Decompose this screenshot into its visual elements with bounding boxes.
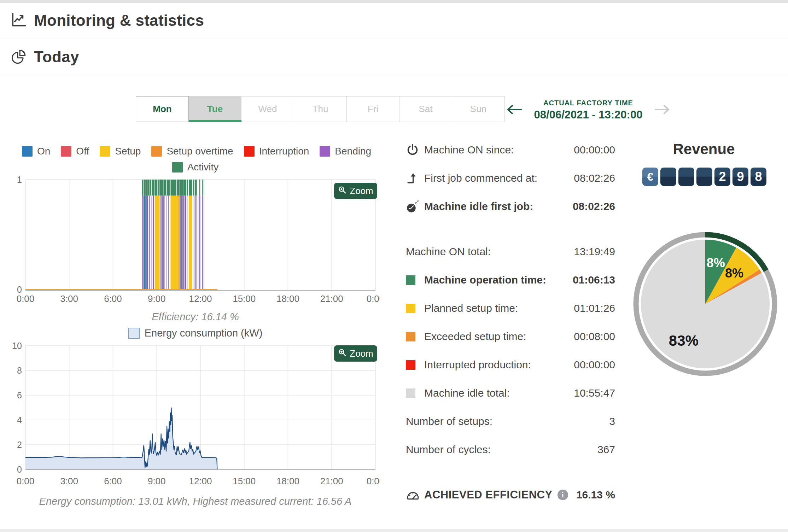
svg-text:z: z <box>415 200 417 205</box>
timeline-zoom-button[interactable]: Zoom <box>334 183 377 199</box>
state-bar-bending <box>169 195 170 290</box>
state-bar-bending <box>147 195 148 290</box>
magnifier-plus-icon <box>338 186 346 197</box>
magnifier-plus-icon <box>338 348 346 359</box>
energy-caption: Energy consumption: 13.01 kWh, Highest m… <box>11 496 380 507</box>
legend-item-label: Setup <box>115 146 141 157</box>
day-tab-sun[interactable]: Sun <box>452 96 505 122</box>
stat-value: 01:01:26 <box>574 302 615 314</box>
state-bar-bending <box>198 195 199 290</box>
state-bar-bending <box>152 195 154 290</box>
x-tick-label: 12:00 <box>189 476 212 486</box>
x-tick-label: 3:00 <box>60 476 78 486</box>
state-bar-bending <box>195 195 196 290</box>
stat-label: Number of cycles: <box>406 444 491 456</box>
x-tick-label: 21:00 <box>320 293 343 304</box>
stat-value: 10:55:47 <box>574 387 615 399</box>
state-bar-bending <box>163 195 164 290</box>
day-tab-sat[interactable]: Sat <box>399 96 452 122</box>
stat-label: Number of setups: <box>406 415 492 427</box>
next-day-arrow-button[interactable] <box>654 104 670 117</box>
state-bar-bending <box>199 195 200 290</box>
legend-item-interruption: Interruption <box>244 146 309 157</box>
state-bar-bending <box>143 195 144 290</box>
swatch <box>406 388 415 398</box>
y-tick-label: 4 <box>17 415 22 425</box>
energy-zoom-button[interactable]: Zoom <box>334 345 377 362</box>
x-tick-label: 3:00 <box>60 293 78 304</box>
x-tick-label: 15:00 <box>233 476 256 486</box>
page: Monitoring & statistics Today MonTueWedT… <box>0 0 788 532</box>
legend-item-on: On <box>22 146 50 157</box>
swatch <box>406 304 415 313</box>
top-strip <box>0 0 788 3</box>
stat-color-swatch <box>406 332 424 341</box>
stat-row: Machine ON total:13:19:49 <box>406 238 615 266</box>
state-bar-bending <box>142 195 143 290</box>
activity-bar <box>183 180 186 195</box>
activity-bar <box>164 180 167 195</box>
state-bar-bending <box>165 195 165 290</box>
state-bar-bending <box>149 195 150 290</box>
legend-item-bending: Bending <box>320 146 371 157</box>
legend-item-label: Bending <box>335 146 371 157</box>
activity-bar <box>147 180 149 195</box>
activity-bar <box>180 180 183 195</box>
energy-legend: Energy consumption (kW) <box>11 327 380 339</box>
revenue-digit-tile <box>678 168 694 186</box>
day-tab-mon[interactable]: Mon <box>136 96 189 122</box>
x-tick-label: 21:00 <box>320 476 343 486</box>
legend-item-label: Interruption <box>259 146 309 157</box>
state-bar-bending <box>181 195 182 290</box>
line-chart-icon <box>11 12 27 29</box>
day-tabs: MonTueWedThuFriSatSun <box>136 96 505 122</box>
stats-panel: Machine ON since:00:00:00First job comme… <box>406 136 615 509</box>
first-job-icon <box>406 172 424 185</box>
activity-bar <box>189 180 192 195</box>
stat-value: 08:02:26 <box>574 172 615 184</box>
state-bar-bending <box>164 195 165 290</box>
stat-row: Number of cycles:367 <box>406 435 615 464</box>
state-bar-bending <box>151 195 152 290</box>
factory-time-label: ACTUAL FACTORY TIME <box>528 99 648 107</box>
legend-swatch <box>22 146 33 157</box>
x-tick-label: 6:00 <box>104 293 122 304</box>
state-bar-bending <box>194 195 194 290</box>
factory-time: ACTUAL FACTORY TIME 08/06/2021 - 13:20:0… <box>506 99 670 121</box>
activity-bar <box>204 180 204 195</box>
y-tick-label: 2 <box>17 440 22 450</box>
revenue-digit-tile: 9 <box>732 168 748 186</box>
prev-day-arrow-button[interactable] <box>506 104 523 117</box>
status-legend-row2: Activity <box>11 162 380 173</box>
state-bar-bending <box>161 195 162 290</box>
day-tab-wed[interactable]: Wed <box>241 96 294 122</box>
state-bar-on <box>146 195 147 290</box>
stat-value: 00:08:00 <box>574 331 615 343</box>
stat-value: 3 <box>609 415 615 427</box>
activity-bar <box>170 180 176 195</box>
day-tab-thu[interactable]: Thu <box>294 96 347 122</box>
x-tick-label: 18:00 <box>276 293 299 304</box>
revenue-digit-tile <box>696 168 712 186</box>
stat-row: First job commenced at:08:02:26 <box>406 164 615 192</box>
stat-label: Achieved efficiency <box>424 489 553 501</box>
stat-row: Interrupted production:00:00:00 <box>406 351 615 379</box>
revenue-currency-tile: € <box>642 168 658 186</box>
swatch <box>406 275 415 285</box>
info-icon[interactable]: i <box>558 490 568 500</box>
legend-item-off: Off <box>61 146 89 157</box>
day-tab-fri[interactable]: Fri <box>346 96 399 122</box>
revenue-digit-tile: 8 <box>751 168 766 186</box>
page-title: Monitoring & statistics <box>34 12 204 29</box>
activity-bar <box>146 180 147 195</box>
pie-slice-label: 83% <box>669 332 699 349</box>
state-bar-setup <box>189 195 192 290</box>
state-bar-bending <box>166 195 167 290</box>
factory-time-text: ACTUAL FACTORY TIME 08/06/2021 - 13:20:0… <box>528 99 648 121</box>
y-tick-label: 0 <box>17 464 22 474</box>
state-bar-setup <box>170 195 179 290</box>
state-bar-bending <box>202 195 203 290</box>
pie-slice-label: 8% <box>725 266 743 280</box>
revenue-title: Revenue <box>642 141 766 158</box>
day-tab-tue[interactable]: Tue <box>188 96 241 122</box>
